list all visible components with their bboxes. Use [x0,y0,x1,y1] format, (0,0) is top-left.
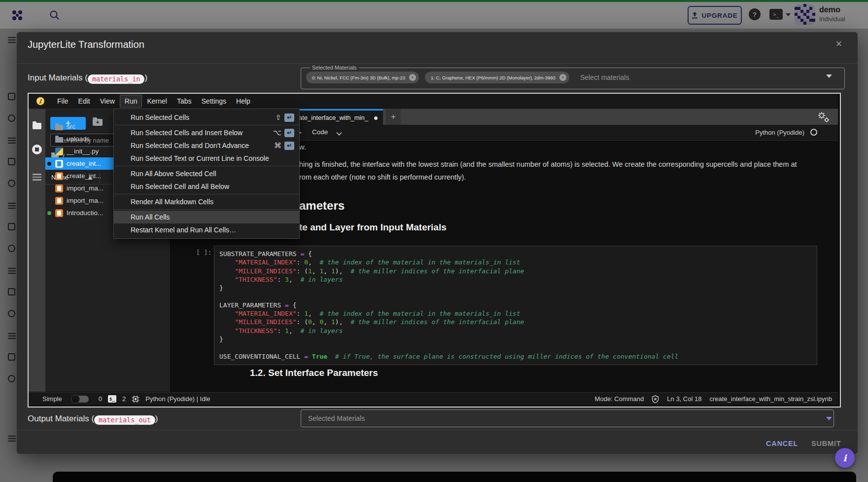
selected-materials-chips: 0: Ni, Nickel, FCC (Fm-3m) 3D (Bulk), mp… [306,72,839,83]
status-filename[interactable]: create_interface_with_min_strain_zsl.ipy… [709,395,832,403]
menu-shortcut: ⌘↵ [274,141,294,150]
output-dropdown-caret-icon[interactable] [826,417,832,420]
trust-shield-icon[interactable] [652,395,659,403]
new-tab-button[interactable]: + [386,109,401,125]
materials-out-chip: materials_out [94,415,155,425]
cursor-position[interactable]: Ln 3, Col 18 [667,395,701,403]
terminal-badge-icon[interactable]: $_ [108,395,116,403]
code-line: "MILLER_INDICES": (0, 0, 1), # the mille… [219,318,817,326]
jupyterlite-logo-icon [36,97,44,105]
menu-item-render-all-markdown-cells[interactable]: Render All Markdown Cells [114,195,299,208]
terminals-count[interactable]: 0 [99,395,102,403]
mode-indicator[interactable]: Mode: Command [595,395,644,403]
menu-item-run-selected-cells-and-don-t-advance[interactable]: Run Selected Cells and Don't Advance⌘↵ [114,139,299,152]
key-enter-icon: ↵ [284,113,294,122]
menu-item-label: Run All Above Selected Cell [131,170,294,178]
menu-item-run-selected-cells-and-insert-below[interactable]: Run Selected Cells and Insert Below⌥↵ [114,126,299,139]
menu-item-run-selected-cells[interactable]: Run Selected Cells⇧↵ [114,111,299,124]
menu-divider [114,194,299,194]
file-browser-icon[interactable] [33,123,41,129]
menu-help[interactable]: Help [231,95,255,108]
menu-run[interactable]: Run [120,95,142,108]
folder-icon [55,125,63,130]
simple-mode-toggle[interactable] [72,396,89,403]
menu-item-run-selected-cell-and-all-below[interactable]: Run Selected Cell and All Below [114,180,299,193]
file-name: uploads [67,135,90,143]
menu-file[interactable]: File [52,95,73,108]
material-chip-label: 0: Ni, Nickel, FCC (Fm-3m) 3D (Bulk), mp… [312,75,405,80]
table-of-contents-icon[interactable] [33,172,41,182]
menu-item-run-all-above-selected-cell[interactable]: Run All Above Selected Cell [114,167,299,180]
file-name: create_int... [67,160,102,167]
menu-item-label: Render All Markdown Cells [131,198,294,206]
file-name: import_ma... [67,197,104,204]
input-label-prefix: Input Materials ( [28,73,88,82]
open-status-dot [47,211,51,215]
open-status-dot [47,162,51,166]
info-button[interactable]: i [835,448,855,468]
divider [17,63,858,64]
menu-tabs[interactable]: Tabs [172,95,197,108]
key-enter-icon: ↵ [284,142,294,150]
kernels-count[interactable]: 2 [122,395,126,403]
kernel-status-icon[interactable] [810,129,817,136]
chip-remove-icon[interactable]: × [409,74,416,81]
selected-materials-field[interactable]: Selected Materials 0: Ni, Nickel, FCC (F… [301,65,845,89]
menu-divider [114,166,299,166]
notebook-tab-label: ate_interface_with_min_ [299,114,368,121]
settings-gears-icon[interactable] [817,111,831,124]
cell-type-select[interactable]: Code [312,128,328,136]
material-chip[interactable]: 1: C, Graphene, HEX (P6/mmm) 2D (Monolay… [425,72,569,83]
material-chip-label: 1: C, Graphene, HEX (P6/mmm) 2D (Monolay… [431,75,556,80]
close-icon[interactable]: × [832,37,846,51]
kernel-status-text[interactable]: Python (Pyodide) | Idle [145,395,210,403]
menubar-items: FileEditViewRunKernelTabsSettingsHelp [52,95,255,108]
material-chip[interactable]: 0: Ni, Nickel, FCC (Fm-3m) 3D (Bulk), mp… [306,72,419,83]
notebook-icon [55,172,63,180]
menu-item-run-selected-text-or-current-line-in-console[interactable]: Run Selected Text or Current Line in Con… [114,152,299,165]
key-enter-icon: ↵ [284,129,294,137]
code-line: "MILLER_INDICES": (1, 1, 1), # the mille… [219,267,817,275]
menu-item-run-all-cells[interactable]: Run All Cells [114,211,299,223]
code-line [219,292,817,300]
menu-edit[interactable]: Edit [73,95,95,108]
output-materials-label: Output Materials (materials_out) [28,414,158,425]
output-label-prefix: Output Materials ( [28,414,94,423]
jupyter-status-bar: Simple 0 $_ 2 Python (Pyodide) | Idle Mo… [29,392,838,405]
cell-type-caret-icon[interactable] [336,130,342,135]
markdown-fragment: w. [299,143,306,151]
menu-item-restart-kernel-and-run-all-cells[interactable]: Restart Kernel and Run All Cells… [114,223,299,236]
output-materials-field[interactable]: Selected Materials [301,409,834,427]
menu-settings[interactable]: Settings [197,95,232,108]
menu-item-label: Run Selected Cells and Don't Advance [131,142,274,149]
chip-remove-icon[interactable]: × [559,74,566,81]
kernel-chip-icon[interactable] [132,395,139,403]
code-line: } [219,284,817,292]
menu-divider [114,125,299,125]
markdown-fragment: hing is finished, the interface with the… [299,160,797,168]
folder-icon [55,137,63,143]
key-shift-icon: ⇧ [275,113,281,122]
file-name: src [67,123,75,130]
submit-button[interactable]: SUBMIT [806,437,846,450]
code-line: "MATERIAL_INDEX": 1, # the index of the … [219,309,817,318]
footer-divider [17,430,858,430]
materials-in-chip: materials_in [88,74,145,84]
menu-divider [114,209,299,210]
materials-select-placeholder[interactable]: Select materials [580,74,629,81]
menu-item-label: Run All Cells [131,213,294,221]
jupyter-menubar: FileEditViewRunKernelTabsSettingsHelp [29,94,838,109]
menu-kernel[interactable]: Kernel [142,95,172,108]
menu-view[interactable]: View [95,95,120,108]
kernel-name[interactable]: Python (Pyodide) [755,129,804,136]
status-bar-left: Simple 0 $_ 2 Python (Pyodide) | Idle [42,395,210,403]
menu-item-label: Restart Kernel and Run All Cells… [131,226,294,234]
input-materials-label: Input Materials (materials_in) [28,73,147,84]
cancel-button[interactable]: CANCEL [761,437,803,450]
select-dropdown-caret-icon[interactable] [826,74,832,78]
status-dot-empty [47,149,51,153]
output-label-suffix: ) [155,414,158,423]
markdown-fragment: rom each other (note no shift is perform… [299,173,466,181]
running-sessions-icon[interactable] [32,145,42,154]
code-editor[interactable]: SUBSTRATE_PARAMETERS = { "MATERIAL_INDEX… [214,246,817,365]
